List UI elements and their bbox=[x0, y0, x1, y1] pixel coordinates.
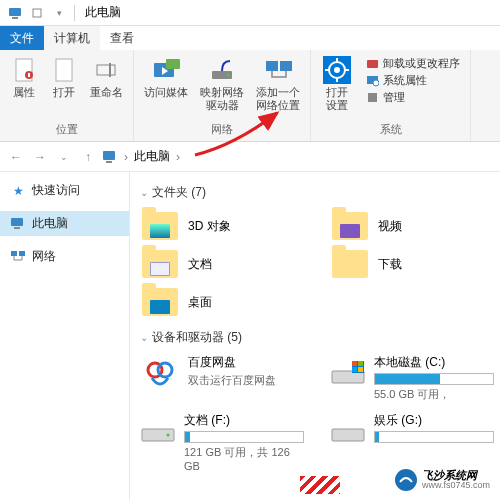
tab-computer[interactable]: 计算机 bbox=[44, 26, 100, 50]
svg-rect-29 bbox=[11, 218, 23, 226]
svg-rect-14 bbox=[266, 61, 278, 71]
crumb-pc[interactable]: 此电脑 bbox=[134, 148, 170, 165]
folder-documents[interactable]: 文档 bbox=[140, 247, 300, 281]
open-label: 打开 bbox=[53, 86, 75, 99]
nav-pane: ★快速访问 此电脑 网络 bbox=[0, 172, 130, 500]
folder-videos[interactable]: 视频 bbox=[330, 209, 490, 243]
crumb-separator bbox=[122, 150, 130, 164]
svg-point-45 bbox=[395, 469, 417, 491]
star-icon: ★ bbox=[10, 183, 26, 199]
pc-breadcrumb-icon bbox=[102, 150, 118, 164]
main-area: ★快速访问 此电脑 网络 ⌄文件夹 (7) 3D 对象 视频 文档 下载 桌面 … bbox=[0, 172, 500, 500]
nav-quick-access[interactable]: ★快速访问 bbox=[0, 178, 129, 203]
drive-g[interactable]: 娱乐 (G:) bbox=[330, 412, 490, 472]
group-network: 访问媒体 映射网络 驱动器 添加一个 网络位置 网络 bbox=[134, 50, 311, 141]
svg-rect-43 bbox=[332, 429, 364, 441]
watermark-logo bbox=[394, 468, 418, 492]
svg-rect-23 bbox=[367, 60, 378, 68]
nav-network-label: 网络 bbox=[32, 248, 56, 265]
drives-header[interactable]: ⌄设备和驱动器 (5) bbox=[140, 329, 490, 346]
window-title: 此电脑 bbox=[85, 4, 121, 21]
uninstall-icon bbox=[365, 57, 379, 71]
map-drive-label: 映射网络 驱动器 bbox=[200, 86, 244, 111]
dropdown-icon[interactable]: ▾ bbox=[51, 5, 67, 21]
rename-label: 重命名 bbox=[90, 86, 123, 99]
open-settings-label: 打开 设置 bbox=[326, 86, 348, 111]
tab-file[interactable]: 文件 bbox=[0, 26, 44, 50]
address-bar: ← → ⌄ ↑ 此电脑 bbox=[0, 142, 500, 172]
drives-header-label: 设备和驱动器 (5) bbox=[152, 329, 242, 346]
nav-network[interactable]: 网络 bbox=[0, 244, 129, 269]
folders-header[interactable]: ⌄文件夹 (7) bbox=[140, 184, 490, 201]
titlebar: ▾ 此电脑 bbox=[0, 0, 500, 26]
open-button[interactable]: 打开 bbox=[46, 54, 82, 120]
uninstall-label: 卸载或更改程序 bbox=[383, 56, 460, 71]
breadcrumb[interactable]: 此电脑 bbox=[102, 148, 494, 165]
folder-downloads[interactable]: 下载 bbox=[330, 247, 490, 281]
sysprops-button[interactable]: 系统属性 bbox=[365, 73, 460, 88]
network-icon bbox=[10, 249, 26, 265]
open-settings-button[interactable]: 打开 设置 bbox=[317, 54, 357, 120]
watermark-stripes bbox=[300, 476, 340, 494]
access-media-button[interactable]: 访问媒体 bbox=[140, 54, 192, 120]
crumb-separator bbox=[174, 150, 182, 164]
content-pane: ⌄文件夹 (7) 3D 对象 视频 文档 下载 桌面 ⌄设备和驱动器 (5) 百… bbox=[130, 172, 500, 500]
folder-label: 3D 对象 bbox=[188, 218, 231, 235]
properties-icon bbox=[10, 56, 38, 84]
folder-desktop[interactable]: 桌面 bbox=[140, 285, 300, 319]
svg-rect-5 bbox=[28, 73, 30, 77]
netloc-icon bbox=[264, 56, 292, 84]
svg-rect-2 bbox=[33, 9, 41, 17]
svg-rect-39 bbox=[352, 367, 357, 372]
rename-icon bbox=[93, 56, 121, 84]
svg-rect-26 bbox=[368, 93, 377, 102]
folder-label: 文档 bbox=[188, 256, 212, 273]
folder-3d-objects[interactable]: 3D 对象 bbox=[140, 209, 300, 243]
folder-label: 下载 bbox=[378, 256, 402, 273]
recent-dropdown[interactable]: ⌄ bbox=[54, 147, 74, 167]
up-button[interactable]: ↑ bbox=[78, 147, 98, 167]
folder-label: 视频 bbox=[378, 218, 402, 235]
svg-rect-1 bbox=[12, 17, 18, 19]
nav-quick-label: 快速访问 bbox=[32, 182, 80, 199]
chevron-down-icon: ⌄ bbox=[140, 187, 148, 198]
drive-icon bbox=[330, 412, 366, 452]
folder-icon bbox=[140, 209, 180, 243]
forward-button[interactable]: → bbox=[30, 147, 50, 167]
nav-this-pc[interactable]: 此电脑 bbox=[0, 211, 129, 236]
drive-f[interactable]: 文档 (F:)121 GB 可用，共 126 GB bbox=[140, 412, 300, 472]
restore-icon[interactable] bbox=[29, 5, 45, 21]
drive-baidu[interactable]: 百度网盘双击运行百度网盘 bbox=[140, 354, 300, 402]
add-netloc-button[interactable]: 添加一个 网络位置 bbox=[252, 54, 304, 120]
uninstall-button[interactable]: 卸载或更改程序 bbox=[365, 56, 460, 71]
map-drive-icon bbox=[208, 56, 236, 84]
capacity-bar bbox=[374, 431, 494, 443]
manage-button[interactable]: 管理 bbox=[365, 90, 460, 105]
map-drive-button[interactable]: 映射网络 驱动器 bbox=[196, 54, 248, 120]
manage-label: 管理 bbox=[383, 90, 405, 105]
add-netloc-label: 添加一个 网络位置 bbox=[256, 86, 300, 111]
drive-c[interactable]: 本地磁盘 (C:)55.0 GB 可用， bbox=[330, 354, 490, 402]
tab-view[interactable]: 查看 bbox=[100, 26, 144, 50]
rename-button[interactable]: 重命名 bbox=[86, 54, 127, 120]
svg-rect-15 bbox=[280, 61, 292, 71]
capacity-bar bbox=[374, 373, 494, 385]
folder-icon bbox=[140, 285, 180, 319]
drive-name: 本地磁盘 (C:) bbox=[374, 354, 494, 371]
ribbon-tabs: 文件 计算机 查看 bbox=[0, 26, 500, 50]
properties-button[interactable]: 属性 bbox=[6, 54, 42, 120]
ribbon: 属性 打开 重命名 位置 访问媒体 映射网络 驱动器 bbox=[0, 50, 500, 142]
manage-icon bbox=[365, 91, 379, 105]
watermark-url: www.fs0745.com bbox=[422, 481, 490, 491]
drive-sub: 121 GB 可用，共 126 GB bbox=[184, 445, 304, 472]
svg-point-25 bbox=[373, 80, 379, 86]
baidu-icon bbox=[140, 354, 180, 394]
back-button[interactable]: ← bbox=[6, 147, 26, 167]
svg-rect-6 bbox=[56, 59, 72, 81]
capacity-bar bbox=[184, 431, 304, 443]
drive-sub: 55.0 GB 可用， bbox=[374, 387, 494, 402]
svg-rect-27 bbox=[103, 151, 115, 160]
group-location: 属性 打开 重命名 位置 bbox=[0, 50, 134, 141]
svg-point-18 bbox=[334, 67, 340, 73]
drive-icon bbox=[330, 354, 366, 394]
